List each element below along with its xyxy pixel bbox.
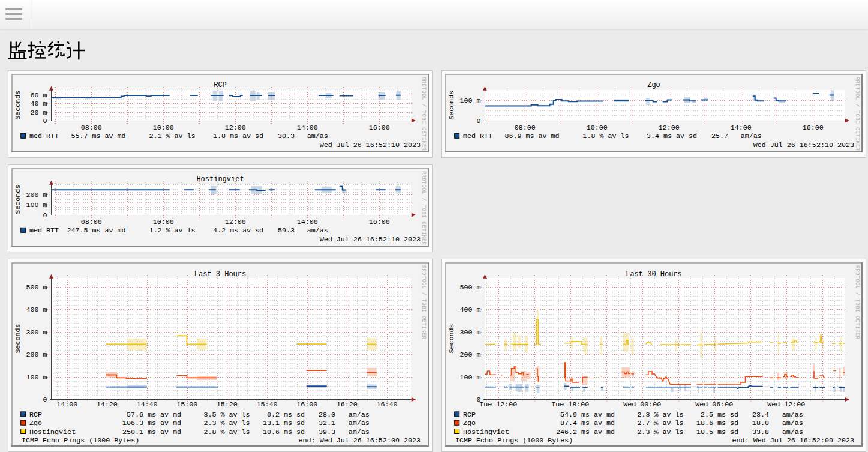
svg-text:ms sd: ms sd — [284, 411, 305, 419]
svg-text:2.1: 2.1 — [149, 132, 161, 140]
svg-text:ms av md: ms av md — [526, 132, 560, 140]
svg-text:am/as: am/as — [349, 411, 370, 419]
svg-text:3.5: 3.5 — [203, 411, 216, 419]
svg-text:106.3: 106.3 — [122, 419, 143, 427]
svg-text:2.3: 2.3 — [637, 428, 650, 436]
svg-text:am/as: am/as — [307, 132, 328, 140]
svg-text:08:00: 08:00 — [81, 218, 102, 226]
svg-text:Zgo: Zgo — [647, 81, 660, 89]
svg-text:ms av md: ms av md — [581, 428, 615, 436]
svg-text:40 m: 40 m — [30, 100, 47, 108]
svg-text:10:00: 10:00 — [587, 124, 608, 132]
svg-text:med RTT: med RTT — [29, 226, 59, 235]
svg-text:16:00: 16:00 — [369, 124, 390, 132]
svg-text:RRDTOOL / TOBI OETIKER: RRDTOOL / TOBI OETIKER — [421, 171, 427, 246]
svg-text:Last 3 Hours: Last 3 Hours — [194, 270, 246, 279]
svg-text:14:00: 14:00 — [731, 124, 752, 132]
svg-text:10:00: 10:00 — [153, 124, 174, 132]
svg-text:14:00: 14:00 — [56, 400, 77, 409]
svg-text:59.3: 59.3 — [278, 226, 295, 235]
svg-text:55.7: 55.7 — [71, 132, 88, 140]
svg-text:am/as: am/as — [782, 428, 803, 436]
svg-text:am/as: am/as — [349, 428, 370, 436]
svg-text:RCP: RCP — [463, 411, 476, 419]
svg-text:% av ls: % av ls — [221, 411, 250, 419]
svg-text:87.4: 87.4 — [560, 419, 577, 427]
svg-text:12:00: 12:00 — [225, 218, 246, 226]
svg-text:18.6: 18.6 — [696, 419, 713, 427]
svg-text:0: 0 — [43, 211, 47, 220]
svg-text:Seconds: Seconds — [14, 324, 22, 353]
svg-text:RRDTOOL / TOBI OETIKER: RRDTOOL / TOBI OETIKER — [854, 265, 860, 340]
svg-text:Wed 12:00: Wed 12:00 — [767, 400, 805, 409]
svg-text:500 m: 500 m — [459, 283, 480, 292]
svg-text:15:00: 15:00 — [176, 400, 197, 409]
svg-text:100 m: 100 m — [459, 373, 480, 382]
svg-text:0: 0 — [43, 396, 47, 404]
svg-text:39.3: 39.3 — [319, 428, 335, 436]
svg-text:Wed Jul 26 16:52:10 2023: Wed Jul 26 16:52:10 2023 — [320, 235, 421, 244]
svg-text:500 m: 500 m — [26, 283, 47, 292]
svg-text:20 m: 20 m — [30, 109, 47, 117]
svg-text:ms sd: ms sd — [284, 428, 305, 436]
svg-text:60 m: 60 m — [30, 91, 47, 100]
svg-text:200 m: 200 m — [26, 351, 47, 359]
svg-text:15:40: 15:40 — [256, 400, 277, 409]
svg-text:ms sd: ms sd — [717, 411, 738, 419]
svg-text:15:20: 15:20 — [217, 400, 238, 409]
svg-text:0: 0 — [476, 117, 480, 125]
svg-text:100 m: 100 m — [459, 97, 480, 105]
svg-text:Hostingviet: Hostingviet — [29, 428, 76, 436]
svg-text:08:00: 08:00 — [515, 124, 536, 132]
svg-text:14:20: 14:20 — [97, 400, 118, 409]
svg-text:246.2: 246.2 — [556, 428, 577, 436]
svg-text:30.3: 30.3 — [278, 132, 295, 140]
svg-text:4.2: 4.2 — [213, 226, 226, 235]
svg-text:14:00: 14:00 — [297, 124, 318, 132]
svg-text:ms av sd: ms av sd — [663, 132, 697, 140]
svg-text:% av ls: % av ls — [166, 132, 196, 140]
svg-text:Tue 18:00: Tue 18:00 — [551, 400, 589, 409]
svg-text:Last 30 Hours: Last 30 Hours — [626, 270, 682, 279]
svg-text:10.5: 10.5 — [696, 428, 713, 436]
svg-text:Seconds: Seconds — [447, 324, 456, 353]
svg-text:ms av sd: ms av sd — [230, 226, 263, 235]
svg-text:am/as: am/as — [782, 411, 803, 419]
svg-text:ms sd: ms sd — [717, 419, 738, 427]
svg-text:32.1: 32.1 — [319, 419, 335, 427]
svg-text:86.9: 86.9 — [504, 132, 521, 140]
svg-text:23.4: 23.4 — [752, 411, 769, 419]
svg-text:247.5: 247.5 — [67, 226, 88, 235]
svg-text:12:00: 12:00 — [225, 124, 246, 132]
svg-text:ms av md: ms av md — [581, 411, 615, 419]
svg-text:16:00: 16:00 — [803, 124, 824, 132]
svg-text:16:00: 16:00 — [296, 400, 317, 409]
svg-text:Seconds: Seconds — [14, 185, 22, 214]
svg-text:% av ls: % av ls — [654, 419, 684, 427]
svg-text:am/as: am/as — [307, 226, 328, 235]
svg-text:RCP: RCP — [214, 81, 227, 89]
svg-text:3.4: 3.4 — [647, 132, 659, 140]
svg-text:RRDTOOL / TOBI OETIKER: RRDTOOL / TOBI OETIKER — [854, 77, 860, 151]
svg-text:400 m: 400 m — [26, 306, 47, 314]
svg-text:57.6: 57.6 — [127, 411, 143, 419]
svg-text:25.7: 25.7 — [711, 132, 728, 140]
svg-text:Seconds: Seconds — [447, 91, 456, 120]
svg-text:Zgo: Zgo — [29, 419, 42, 427]
svg-text:Hostingviet: Hostingviet — [463, 428, 509, 436]
svg-text:Tue 12:00: Tue 12:00 — [479, 400, 517, 409]
svg-text:% av ls: % av ls — [654, 411, 684, 419]
svg-text:300 m: 300 m — [459, 328, 480, 337]
svg-text:ms av md: ms av md — [581, 419, 615, 427]
svg-text:% av ls: % av ls — [600, 132, 629, 140]
svg-text:200 m: 200 m — [26, 191, 47, 199]
svg-text:Hostingviet: Hostingviet — [196, 175, 244, 184]
svg-text:0: 0 — [43, 117, 47, 125]
svg-text:33.8: 33.8 — [752, 428, 769, 436]
svg-text:16:00: 16:00 — [369, 218, 390, 226]
svg-text:2.7: 2.7 — [637, 419, 650, 427]
svg-text:am/as: am/as — [349, 419, 370, 427]
svg-text:0.2: 0.2 — [267, 411, 280, 419]
svg-text:08:00: 08:00 — [81, 124, 102, 132]
svg-text:med RTT: med RTT — [29, 132, 59, 140]
